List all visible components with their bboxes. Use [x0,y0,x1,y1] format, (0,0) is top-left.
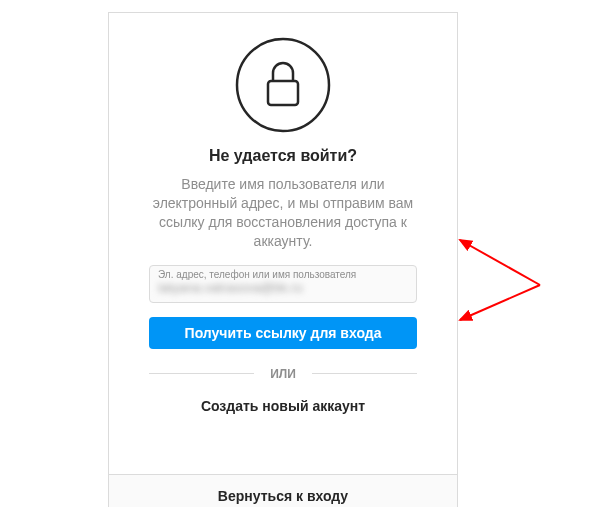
divider-line-right [312,373,417,374]
svg-line-3 [460,285,540,320]
panel-footer: Вернуться к входу [109,474,457,507]
identifier-input-value: tatyana.vatrasova@bk.ru [158,280,408,297]
svg-line-2 [460,240,540,285]
login-help-panel: Не удается войти? Введите имя пользовате… [108,12,458,507]
lock-icon-wrap [149,37,417,133]
lock-icon [235,37,331,133]
svg-rect-1 [268,81,298,105]
page-heading: Не удается войти? [149,147,417,165]
page-description: Введите имя пользователя или электронный… [149,175,417,251]
panel-body: Не удается войти? Введите имя пользовате… [109,13,457,474]
send-link-button[interactable]: Получить ссылку для входа [149,317,417,349]
create-account-link[interactable]: Создать новый аккаунт [201,398,365,414]
identifier-input-label: Эл. адрес, телефон или имя пользователя [158,270,408,280]
divider: ИЛИ [149,367,417,381]
divider-line-left [149,373,254,374]
identifier-input[interactable]: Эл. адрес, телефон или имя пользователя … [149,265,417,303]
svg-point-0 [237,39,329,131]
back-to-login-link[interactable]: Вернуться к входу [218,488,348,504]
divider-label: ИЛИ [254,367,312,381]
